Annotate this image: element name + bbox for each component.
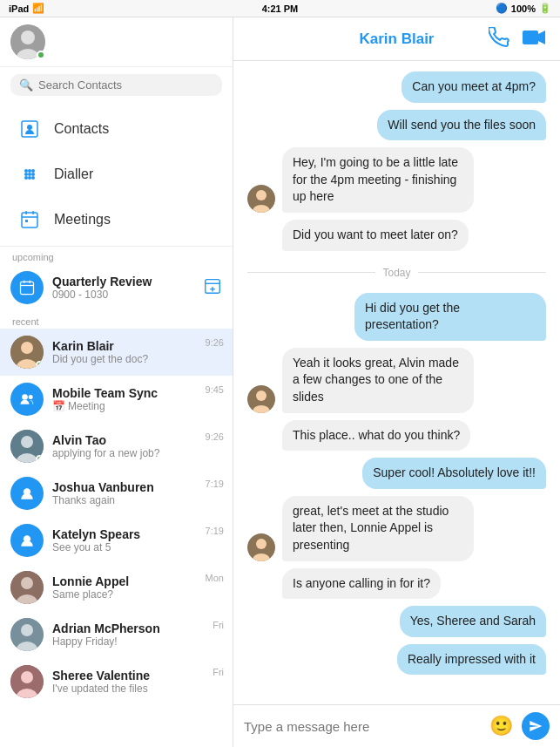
recent-item-katelyn[interactable]: Katelyn Spears See you at 5 7:19 — [0, 517, 233, 564]
svg-point-28 — [21, 342, 33, 354]
meeting-icon: 📅 — [52, 400, 65, 412]
karin-msg-avatar — [247, 185, 275, 213]
bubble-outgoing: Super cool! Absolutely love it!! — [362, 458, 546, 489]
svg-rect-18 — [25, 220, 28, 222]
sidebar: 🔍 Contacts — [0, 17, 233, 747]
recent-item-sheree[interactable]: Sheree Valentine I've updated the files … — [0, 658, 233, 705]
recent-time: 7:19 — [206, 526, 224, 536]
emoji-button[interactable]: 🙂 — [489, 715, 513, 737]
sheree-avatar — [10, 665, 44, 698]
status-time: 4:21 PM — [262, 3, 299, 14]
nav-items: Contacts Dialler — [0, 103, 233, 247]
svg-point-38 — [21, 577, 33, 589]
svg-point-31 — [29, 395, 33, 399]
message-11: Is anyone calling in for it? — [247, 568, 546, 600]
wifi-icon: 📶 — [32, 3, 44, 14]
lonnie-avatar — [10, 571, 44, 604]
recent-time: 7:19 — [206, 479, 224, 489]
video-call-button[interactable] — [522, 27, 546, 51]
recent-name: Alvin Tao — [52, 433, 222, 447]
online-dot — [36, 361, 44, 369]
recent-name: Karin Blair — [52, 339, 222, 353]
svg-rect-14 — [22, 213, 37, 227]
bubble-outgoing: Will send you the files soon — [377, 110, 546, 141]
svg-point-49 — [256, 190, 267, 200]
recent-time: Fri — [213, 667, 224, 677]
upcoming-item-icon — [10, 271, 44, 304]
online-indicator — [37, 51, 45, 59]
search-bar[interactable]: 🔍 — [10, 74, 222, 96]
nav-meetings[interactable]: Meetings — [0, 197, 233, 242]
bubble-incoming: This place.. what do you think? — [282, 420, 470, 452]
recent-item-joshua[interactable]: Joshua Vanburen Thanks again 7:19 — [0, 470, 233, 517]
recent-item-karin-blair[interactable]: Karin Blair Did you get the doc? 9:26 — [0, 329, 233, 376]
calendar-add-icon — [203, 276, 222, 299]
recent-item-lonnie[interactable]: Lonnie Appel Same place? Mon — [0, 564, 233, 611]
voice-call-button[interactable] — [489, 27, 509, 51]
recent-name: Adrian McPherson — [52, 621, 222, 635]
sidebar-header — [0, 17, 233, 67]
chat-header-actions — [489, 27, 546, 51]
recent-name: Joshua Vanburen — [52, 480, 222, 494]
recent-item-adrian[interactable]: Adrian McPherson Happy Friday! Fri — [0, 611, 233, 658]
recent-name: Sheree Valentine — [52, 669, 222, 682]
recent-preview: I've updated the files — [52, 682, 222, 695]
status-bar: iPad 📶 4:21 PM 🔵 100% 🔋 — [0, 0, 560, 17]
svg-rect-46 — [523, 31, 538, 44]
chat-header: Karin Blair — [233, 17, 560, 61]
upcoming-meeting-time: 0900 - 1030 — [52, 289, 152, 301]
svg-point-12 — [28, 176, 31, 180]
bubble-outgoing: Really impressed with it — [397, 644, 546, 676]
upcoming-label: upcoming — [0, 247, 233, 264]
status-right: 🔵 100% 🔋 — [496, 3, 551, 14]
svg-marker-47 — [538, 31, 545, 44]
recent-item-mobile-team[interactable]: Mobile Team Sync 📅 Meeting 9:45 — [0, 376, 233, 423]
svg-point-52 — [256, 390, 267, 401]
recent-preview: See you at 5 — [52, 541, 222, 553]
chat-messages: Can you meet at 4pm? Will send you the f… — [233, 61, 560, 704]
recent-time: 9:26 — [206, 337, 224, 348]
katelyn-avatar — [10, 524, 44, 557]
upcoming-item-info: Quarterly Review 0900 - 1030 — [52, 275, 152, 301]
chat-panel: Karin Blair Can you meet at — [233, 17, 560, 747]
svg-point-44 — [21, 671, 33, 683]
upcoming-meeting-name: Quarterly Review — [52, 275, 152, 289]
ipad-label: iPad — [9, 3, 29, 14]
battery-icon: 🔋 — [539, 3, 551, 14]
search-input[interactable] — [38, 78, 213, 92]
online-dot — [36, 455, 44, 463]
recent-time: 9:26 — [206, 431, 224, 442]
bubble-incoming: Hey, I'm going to be a little late for t… — [282, 147, 474, 213]
svg-point-10 — [31, 173, 35, 176]
message-13: Really impressed with it — [247, 644, 546, 676]
chat-contact-name: Karin Blair — [360, 31, 435, 48]
send-button[interactable] — [522, 712, 550, 740]
recent-preview: Same place? — [52, 588, 222, 601]
recent-info-adrian: Adrian McPherson Happy Friday! — [52, 621, 222, 648]
adrian-avatar — [10, 618, 44, 651]
svg-point-33 — [21, 436, 33, 448]
bubble-outgoing: Can you meet at 4pm? — [401, 71, 546, 103]
message-2: Will send you the files soon — [247, 110, 546, 141]
nav-contacts[interactable]: Contacts — [0, 106, 233, 152]
message-8: This place.. what do you think? — [247, 420, 546, 452]
upcoming-item-quarterly[interactable]: Quarterly Review 0900 - 1030 — [0, 264, 233, 311]
recent-time: Fri — [213, 620, 224, 630]
message-input[interactable] — [244, 719, 481, 734]
meetings-label: Meetings — [54, 212, 111, 227]
recent-name: Mobile Team Sync — [52, 386, 222, 400]
team-avatar — [10, 383, 44, 416]
recent-preview: Did you get the doc? — [52, 353, 222, 365]
nav-dialler[interactable]: Dialler — [0, 152, 233, 197]
svg-point-1 — [21, 31, 35, 44]
contacts-icon — [17, 117, 42, 141]
recent-name: Lonnie Appel — [52, 574, 222, 588]
battery-label: 100% — [511, 3, 536, 14]
divider-label: Today — [382, 267, 410, 279]
svg-point-4 — [27, 125, 32, 130]
svg-point-5 — [24, 169, 28, 173]
chat-input-bar: 🙂 — [233, 704, 560, 747]
alvin-avatar — [10, 430, 44, 463]
recent-info-lonnie: Lonnie Appel Same place? — [52, 574, 222, 601]
recent-item-alvin-tao[interactable]: Alvin Tao applying for a new job? 9:26 — [0, 423, 233, 470]
